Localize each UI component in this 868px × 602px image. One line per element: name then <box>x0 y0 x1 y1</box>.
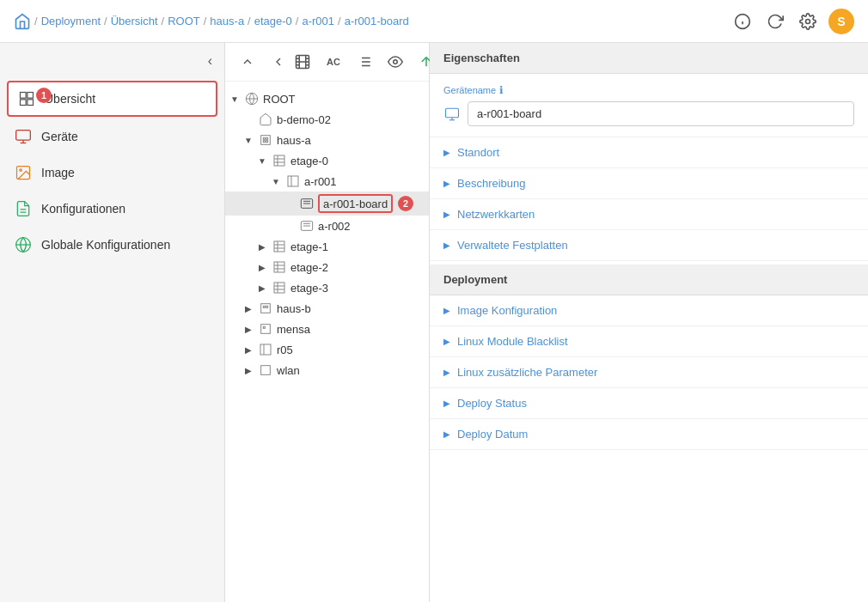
verwaltete-festplatten-collapsible[interactable]: ▶ Verwaltete Festplatten <box>430 230 868 261</box>
breadcrumb-ar001[interactable]: a-r001 <box>302 15 334 27</box>
svg-rect-68 <box>263 306 265 307</box>
svg-rect-6 <box>21 100 27 106</box>
header-icons: S <box>730 9 854 34</box>
etage2-icon <box>272 259 287 275</box>
svg-rect-63 <box>274 283 284 293</box>
svg-rect-40 <box>266 137 268 139</box>
deploy-datum-arrow: ▶ <box>443 429 450 439</box>
deploy-status-collapsible[interactable]: ▶ Deploy Status <box>430 388 868 419</box>
sidebar-item-konfigurationen[interactable]: Konfigurationen <box>0 191 224 227</box>
tree-node-ar001board[interactable]: a-r001-board 2 <box>225 192 429 216</box>
etage3-icon <box>272 280 287 295</box>
tree-node-r05[interactable]: ▶ r05 <box>225 339 429 360</box>
sidebar-collapse-button[interactable]: ‹ <box>205 50 216 72</box>
linux-module-blacklist-label: Linux Module Blacklist <box>457 335 568 348</box>
tree-toggle-root[interactable]: ▼ <box>229 93 241 105</box>
tree-toggle-etage0[interactable]: ▼ <box>256 155 268 167</box>
sidebar-label-geraete: Geräte <box>41 130 78 143</box>
svg-rect-8 <box>16 131 31 141</box>
root-icon <box>244 91 260 106</box>
main-content: ‹ Übersicht 1 <box>0 43 868 602</box>
tree-node-ar002[interactable]: a-r002 <box>225 216 429 236</box>
standort-collapsible[interactable]: ▶ Standort <box>430 137 868 168</box>
svg-rect-39 <box>263 137 265 139</box>
ar001board-label: a-r001-board <box>323 198 388 210</box>
list-icon[interactable] <box>352 50 376 74</box>
breadcrumb-deployment[interactable]: Deployment <box>41 15 101 27</box>
properties-panel: Eigenschaften Gerätename ℹ ▶ St <box>430 43 868 602</box>
beschreibung-collapsible[interactable]: ▶ Beschreibung <box>430 168 868 199</box>
section-deployment-header: Deployment <box>430 265 868 295</box>
linux-module-blacklist-arrow: ▶ <box>443 337 450 346</box>
ar001board-badge: 2 <box>398 196 413 211</box>
sidebar-item-ubersicht[interactable]: Übersicht 1 <box>7 81 217 117</box>
info-icon[interactable] <box>730 9 755 33</box>
geraetename-input[interactable] <box>468 101 854 126</box>
tree-node-etage3[interactable]: ▶ etage-3 <box>225 277 429 298</box>
tree-node-ar001[interactable]: ▼ a-r001 <box>225 171 429 192</box>
standort-label: Standort <box>457 146 499 159</box>
tree-toggle-etage1[interactable]: ▶ <box>256 240 268 252</box>
settings-icon[interactable] <box>796 9 820 33</box>
tree-toggle-hausb[interactable]: ▶ <box>242 302 254 314</box>
film-icon[interactable] <box>290 50 315 74</box>
tree-toggle-etage3[interactable]: ▶ <box>256 282 268 294</box>
tree-toggle-r05[interactable]: ▶ <box>242 344 254 356</box>
tree-node-root[interactable]: ▼ ROOT <box>225 88 429 109</box>
breadcrumb-sep-1: / <box>104 15 107 27</box>
linux-module-blacklist-collapsible[interactable]: ▶ Linux Module Blacklist <box>430 326 868 357</box>
tree-back-button[interactable] <box>266 50 290 74</box>
deploy-datum-collapsible[interactable]: ▶ Deploy Datum <box>430 419 868 450</box>
mensa-label: mensa <box>277 323 310 336</box>
sidebar-item-image[interactable]: Image <box>0 155 224 191</box>
netzwerkkarten-label: Netzwerkkarten <box>457 208 535 221</box>
tree-node-etage2[interactable]: ▶ etage-2 <box>225 257 429 277</box>
tree-panel: AC <box>225 43 430 602</box>
breadcrumb-ubersicht[interactable]: Übersicht <box>111 15 158 27</box>
breadcrumb-sep-0: / <box>34 15 38 27</box>
tree-toggle-ar001[interactable]: ▼ <box>270 175 282 187</box>
tree-node-etage1[interactable]: ▶ etage-1 <box>225 236 429 257</box>
tree-node-etage0[interactable]: ▼ etage-0 <box>225 150 429 171</box>
tree-toggle-mensa[interactable]: ▶ <box>242 323 254 335</box>
image-konfiguration-collapsible[interactable]: ▶ Image Konfiguration <box>430 295 868 326</box>
image-konfiguration-label: Image Konfiguration <box>457 304 557 317</box>
sidebar-item-globale-konfigurationen[interactable]: Globale Konfigurationen <box>0 227 224 263</box>
user-avatar[interactable]: S <box>828 9 854 34</box>
breadcrumb-hausa[interactable]: haus-a <box>210 15 244 27</box>
etage0-label: etage-0 <box>290 155 328 167</box>
breadcrumb-etage0[interactable]: etage-0 <box>254 15 292 27</box>
svg-rect-71 <box>263 326 265 328</box>
tree-node-bdemo02[interactable]: ▶ b-demo-02 <box>225 109 429 130</box>
ar001board-icon <box>299 196 315 211</box>
deploy-status-arrow: ▶ <box>443 398 450 408</box>
svg-rect-75 <box>446 108 459 118</box>
eye-icon[interactable] <box>383 50 407 74</box>
hausb-label: haus-b <box>277 302 311 315</box>
tree-node-hausa[interactable]: ▼ haus-a <box>225 130 429 150</box>
hausa-label: haus-a <box>277 134 311 147</box>
tree-toggle-wlan[interactable]: ▶ <box>242 364 254 376</box>
netzwerkkarten-collapsible[interactable]: ▶ Netzwerkkarten <box>430 199 868 230</box>
svg-rect-67 <box>261 304 271 313</box>
image-icon <box>14 163 33 182</box>
svg-point-12 <box>20 169 21 172</box>
tree-node-mensa[interactable]: ▶ mensa <box>225 319 429 339</box>
sidebar-item-geraete[interactable]: Geräte <box>0 119 224 155</box>
tree-toggle-hausa[interactable]: ▼ <box>242 134 254 146</box>
linux-zusaetzliche-parameter-collapsible[interactable]: ▶ Linux zusätzliche Parameter <box>430 357 868 388</box>
tree-toggle-etage2[interactable]: ▶ <box>256 261 268 273</box>
etage1-label: etage-1 <box>290 240 328 253</box>
bdemo02-label: b-demo-02 <box>277 113 331 126</box>
sidebar-label-konfigurationen: Konfigurationen <box>41 202 125 216</box>
breadcrumb-sep-2: / <box>162 15 165 27</box>
sidebar-label-image: Image <box>41 166 75 179</box>
home-icon[interactable] <box>14 12 31 30</box>
tree-node-hausb[interactable]: ▶ haus-b <box>225 298 429 319</box>
tree-toolbar: AC <box>225 43 429 82</box>
refresh-icon[interactable] <box>763 9 787 33</box>
ac-icon[interactable]: AC <box>321 50 345 74</box>
tree-up-button[interactable] <box>235 50 260 74</box>
breadcrumb-root[interactable]: ROOT <box>168 15 200 27</box>
tree-node-wlan[interactable]: ▶ wlan <box>225 360 429 380</box>
